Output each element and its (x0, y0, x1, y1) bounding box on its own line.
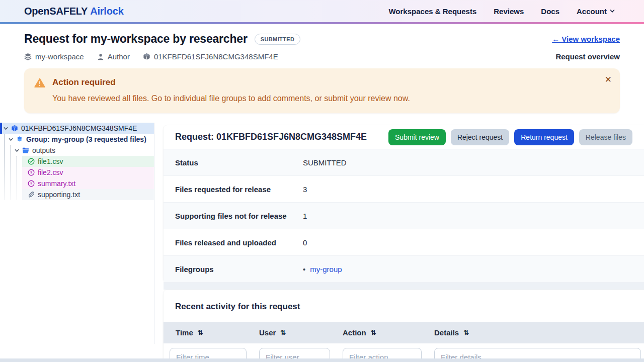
nav-account-label: Account (577, 7, 607, 16)
tree-file-file2[interactable]: ? file2.csv (22, 167, 154, 178)
release-files-button[interactable]: Release files (579, 129, 632, 145)
column-header-action[interactable]: Action ⇅ (337, 328, 428, 337)
nav-reviews[interactable]: Reviews (494, 7, 524, 16)
tree-file-summary[interactable]: ? summary.txt (22, 178, 154, 189)
nav-docs[interactable]: Docs (541, 7, 559, 16)
summary-row-status: Status SUBMITTED (164, 149, 644, 176)
activity-table-header: Time ⇅ User ⇅ Action ⇅ Details ⇅ (164, 322, 644, 343)
request-panel-title: Request: 01KFBFD61SFJ6N8CMG348SMF4E (175, 132, 367, 142)
reject-request-button[interactable]: Reject request (451, 129, 509, 145)
sort-icon[interactable]: ⇅ (463, 329, 469, 336)
summary-value: SUBMITTED (303, 158, 644, 167)
summary-value: 3 (303, 185, 644, 194)
tree-node-outputs-folder[interactable]: outputs (0, 145, 154, 156)
logo-secondary: Airlock (90, 6, 123, 17)
author-meta: Author (97, 52, 130, 61)
sort-icon[interactable]: ⇅ (280, 329, 286, 336)
column-label: Time (176, 328, 193, 337)
question-circle-icon: ? (28, 180, 35, 187)
summary-row-supporting-files: Supporting files not for release 1 (164, 203, 644, 229)
alert-title: Action required (52, 77, 410, 87)
request-overview-card: Request: 01KFBFD61SFJ6N8CMG348SMF4E Subm… (164, 125, 644, 283)
request-id-meta: 01KFBFD61SFJ6N8CMG348SMF4E (143, 52, 278, 61)
svg-text:?: ? (30, 182, 33, 186)
chevron-down-icon (4, 126, 8, 131)
svg-text:?: ? (30, 170, 33, 175)
sort-icon[interactable]: ⇅ (371, 329, 376, 336)
summary-row-filegroups: Filegroups • my-group (164, 256, 644, 283)
chevron-down-icon (9, 137, 13, 142)
column-header-time[interactable]: Time ⇅ (164, 328, 253, 337)
workspace-name: my-workspace (35, 52, 84, 61)
tree-file-label: supporting.txt (38, 191, 80, 199)
list-bullet: • (303, 265, 305, 274)
question-circle-icon: ? (28, 169, 35, 176)
tree-folder-label: outputs (32, 146, 55, 154)
alert-close-icon[interactable]: ✕ (605, 74, 612, 85)
column-label: Action (343, 328, 366, 337)
nav-workspaces-requests[interactable]: Workspaces & Requests (388, 7, 476, 16)
chevron-down-icon (610, 9, 615, 14)
tree-root-label: 01KFBFD61SFJ6N8CMG348SMF4E (21, 124, 137, 132)
workspace-meta: my-workspace (24, 52, 84, 61)
app-logo[interactable]: OpenSAFELYAirlock (24, 6, 124, 17)
summary-label: Files released and uploaded (175, 238, 303, 247)
person-icon (97, 53, 104, 60)
folder-open-icon (22, 147, 29, 154)
main-nav: Workspaces & Requests Reviews Docs Accou… (388, 7, 615, 16)
tree-group-label: Group: my-group (3 requested files) (26, 135, 146, 143)
summary-label: Status (175, 158, 303, 167)
file-tree-sidebar: 01KFBFD61SFJ6N8CMG348SMF4E Group: my-gro… (0, 123, 154, 344)
request-id: 01KFBFD61SFJ6N8CMG348SMF4E (154, 52, 278, 61)
column-header-details[interactable]: Details ⇅ (428, 328, 644, 337)
alert-message: You have reviewed all files. Go to indiv… (52, 94, 410, 103)
tree-file-label: summary.txt (38, 179, 75, 188)
tree-node-request-root[interactable]: 01KFBFD61SFJ6N8CMG348SMF4E (0, 123, 154, 134)
request-overview-label: Request overview (555, 52, 620, 61)
status-badge: SUBMITTED (255, 34, 301, 45)
check-circle-icon (28, 158, 35, 165)
summary-label: Filegroups (175, 265, 303, 274)
request-main-panel: Request: 01KFBFD61SFJ6N8CMG348SMF4E Subm… (164, 123, 644, 362)
warning-triangle-icon (34, 78, 45, 88)
return-request-button[interactable]: Return request (514, 129, 574, 145)
summary-label: Files requested for release (175, 185, 303, 194)
action-required-alert: Action required You have reviewed all fi… (24, 68, 620, 113)
tree-guide-line (5, 134, 5, 200)
tree-file-file1[interactable]: file1.csv (22, 156, 154, 167)
summary-row-files-released: Files released and uploaded 0 (164, 229, 644, 256)
submit-review-button[interactable]: Submit review (388, 129, 446, 145)
recent-activity-card: Recent activity for this request Time ⇅ … (164, 290, 644, 362)
summary-row-files-requested: Files requested for release 3 (164, 176, 644, 203)
request-actions: Submit review Reject request Return requ… (388, 129, 632, 145)
summary-label: Supporting files not for release (175, 212, 303, 220)
summary-value: 1 (303, 212, 644, 220)
page-title: Request for my-workspace by researcher (24, 32, 248, 46)
column-label: User (259, 328, 276, 337)
tree-file-label: file1.csv (38, 157, 63, 165)
layers-icon (16, 136, 23, 143)
tree-file-label: file2.csv (38, 168, 63, 176)
filegroup-link[interactable]: my-group (310, 265, 342, 274)
column-header-user[interactable]: User ⇅ (253, 328, 337, 337)
tree-node-filegroup[interactable]: Group: my-group (3 requested files) (0, 134, 154, 145)
nav-account-menu[interactable]: Account (577, 7, 615, 16)
cube-icon (143, 53, 150, 60)
tree-guide-line (11, 145, 11, 200)
horizontal-scrollbar[interactable] (0, 358, 644, 362)
paperclip-icon (28, 191, 35, 198)
author-name: Author (108, 52, 130, 61)
recent-activity-title: Recent activity for this request (164, 290, 644, 322)
tree-file-supporting[interactable]: supporting.txt (22, 189, 154, 200)
column-label: Details (434, 328, 459, 337)
view-workspace-link[interactable]: ← View workspace (552, 35, 620, 43)
tree-guide-line (17, 156, 17, 200)
request-metadata: my-workspace Author 01KFBFD61SFJ6N8CMG34… (24, 52, 278, 61)
card-gap (164, 283, 644, 290)
logo-primary: OpenSAFELY (24, 6, 88, 17)
cube-icon (11, 125, 18, 132)
sort-icon[interactable]: ⇅ (198, 329, 203, 336)
page-heading-section: Request for my-workspace by researcher S… (0, 24, 644, 61)
layers-icon (24, 53, 32, 60)
top-navigation-bar: OpenSAFELYAirlock Workspaces & Requests … (0, 0, 644, 22)
